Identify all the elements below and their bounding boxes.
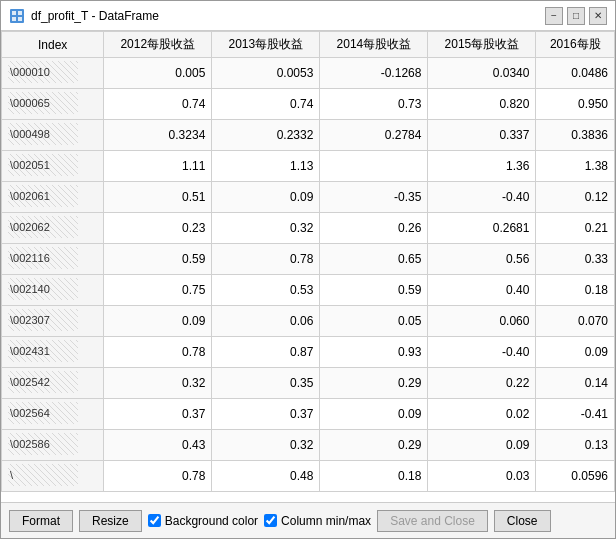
value-cell: 1.13 [212, 151, 320, 182]
table-row: 0.510.09-0.35-0.400.12 [2, 182, 615, 213]
index-cell [2, 461, 104, 492]
table-container[interactable]: Index 2012每股收益 2013每股收益 2014每股收益 2015每股收… [1, 31, 615, 502]
bg-color-text: Background color [165, 514, 258, 528]
col-header-2013: 2013每股收益 [212, 32, 320, 58]
value-cell: 0.09 [536, 337, 615, 368]
toolbar: Format Resize Background color Column mi… [1, 502, 615, 538]
table-row: 1.111.131.361.38 [2, 151, 615, 182]
value-cell: 0.03 [428, 461, 536, 492]
format-button[interactable]: Format [9, 510, 73, 532]
table-row: 0.230.320.260.26810.21 [2, 213, 615, 244]
value-cell: 0.78 [104, 337, 212, 368]
value-cell: 0.74 [104, 89, 212, 120]
svg-rect-3 [12, 17, 16, 21]
minimize-button[interactable]: − [545, 7, 563, 25]
bg-color-label[interactable]: Background color [148, 514, 258, 528]
svg-rect-2 [18, 11, 22, 15]
value-cell: 0.950 [536, 89, 615, 120]
value-cell: 0.87 [212, 337, 320, 368]
value-cell: -0.40 [428, 182, 536, 213]
value-cell: 0.3234 [104, 120, 212, 151]
value-cell: 0.53 [212, 275, 320, 306]
value-cell: 0.09 [104, 306, 212, 337]
value-cell [320, 151, 428, 182]
col-header-index: Index [2, 32, 104, 58]
value-cell: 0.78 [104, 461, 212, 492]
value-cell: 0.2681 [428, 213, 536, 244]
resize-button[interactable]: Resize [79, 510, 142, 532]
col-minmax-label[interactable]: Column min/max [264, 514, 371, 528]
index-cell [2, 213, 104, 244]
index-cell [2, 120, 104, 151]
table-row: 0.750.530.590.400.18 [2, 275, 615, 306]
value-cell: 0.78 [212, 244, 320, 275]
value-cell: 0.23 [104, 213, 212, 244]
value-cell: 0.14 [536, 368, 615, 399]
value-cell: 0.32 [212, 430, 320, 461]
value-cell: 0.09 [428, 430, 536, 461]
save-close-button[interactable]: Save and Close [377, 510, 488, 532]
value-cell: 0.0053 [212, 58, 320, 89]
col-header-2016: 2016每股 [536, 32, 615, 58]
index-cell [2, 337, 104, 368]
value-cell: 1.11 [104, 151, 212, 182]
value-cell: 0.40 [428, 275, 536, 306]
value-cell: 0.060 [428, 306, 536, 337]
svg-rect-4 [18, 17, 22, 21]
value-cell: 0.18 [320, 461, 428, 492]
close-button[interactable]: Close [494, 510, 551, 532]
value-cell: 0.09 [320, 399, 428, 430]
value-cell: 0.0596 [536, 461, 615, 492]
window-controls: − □ ✕ [545, 7, 607, 25]
index-cell [2, 151, 104, 182]
col-minmax-checkbox[interactable] [264, 514, 277, 527]
table-row: 0.32340.23320.27840.3370.3836 [2, 120, 615, 151]
value-cell: 0.74 [212, 89, 320, 120]
value-cell: 0.2332 [212, 120, 320, 151]
value-cell: 0.59 [320, 275, 428, 306]
value-cell: 0.09 [212, 182, 320, 213]
col-header-2012: 2012每股收益 [104, 32, 212, 58]
window-icon [9, 8, 25, 24]
value-cell: 0.35 [212, 368, 320, 399]
index-cell [2, 275, 104, 306]
table-row: 0.590.780.650.560.33 [2, 244, 615, 275]
bg-color-checkbox[interactable] [148, 514, 161, 527]
index-cell [2, 399, 104, 430]
value-cell: 0.02 [428, 399, 536, 430]
table-row: 0.430.320.290.090.13 [2, 430, 615, 461]
value-cell: 0.21 [536, 213, 615, 244]
table-row: 0.370.370.090.02-0.41 [2, 399, 615, 430]
value-cell: 0.48 [212, 461, 320, 492]
maximize-button[interactable]: □ [567, 7, 585, 25]
value-cell: 0.06 [212, 306, 320, 337]
value-cell: 0.005 [104, 58, 212, 89]
value-cell: 0.65 [320, 244, 428, 275]
col-header-2014: 2014每股收益 [320, 32, 428, 58]
value-cell: 0.75 [104, 275, 212, 306]
value-cell: 0.33 [536, 244, 615, 275]
value-cell: -0.40 [428, 337, 536, 368]
index-cell [2, 244, 104, 275]
index-cell [2, 306, 104, 337]
value-cell: 0.29 [320, 368, 428, 399]
value-cell: 0.51 [104, 182, 212, 213]
table-row: 0.090.060.050.0600.070 [2, 306, 615, 337]
value-cell: 0.59 [104, 244, 212, 275]
value-cell: 0.32 [104, 368, 212, 399]
close-window-button[interactable]: ✕ [589, 7, 607, 25]
value-cell: 1.38 [536, 151, 615, 182]
value-cell: -0.35 [320, 182, 428, 213]
col-minmax-text: Column min/max [281, 514, 371, 528]
value-cell: 0.337 [428, 120, 536, 151]
value-cell: 0.29 [320, 430, 428, 461]
value-cell: -0.41 [536, 399, 615, 430]
value-cell: 0.070 [536, 306, 615, 337]
value-cell: 0.3836 [536, 120, 615, 151]
value-cell: 0.12 [536, 182, 615, 213]
value-cell: 0.32 [212, 213, 320, 244]
table-header-row: Index 2012每股收益 2013每股收益 2014每股收益 2015每股收… [2, 32, 615, 58]
value-cell: 0.93 [320, 337, 428, 368]
value-cell: 0.0340 [428, 58, 536, 89]
table-row: 0.0050.0053-0.12680.03400.0486 [2, 58, 615, 89]
